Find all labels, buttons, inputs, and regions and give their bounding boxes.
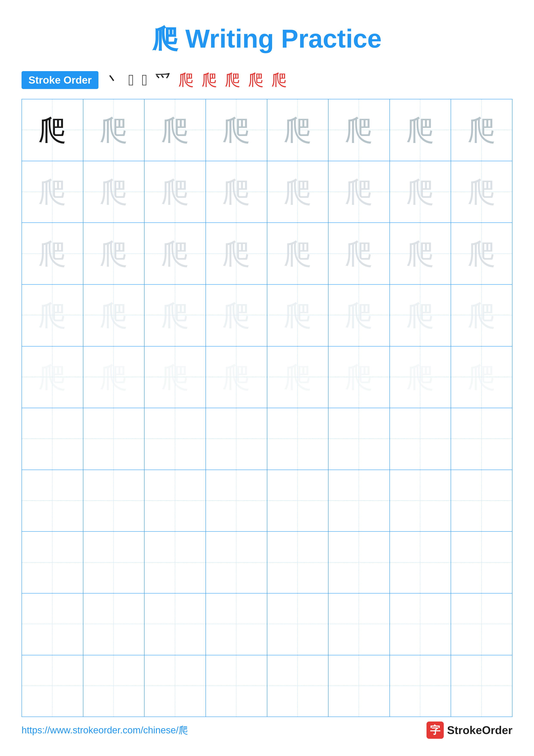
grid-cell-8-2[interactable]: [83, 532, 145, 593]
grid-cell-1-3[interactable]: 爬: [144, 99, 206, 161]
grid-cell-2-1[interactable]: 爬: [22, 161, 83, 223]
grid-cell-10-7[interactable]: [390, 655, 451, 717]
grid-cell-4-8[interactable]: 爬: [451, 285, 512, 346]
grid-cell-10-2[interactable]: [83, 655, 145, 717]
char-display: 爬: [468, 178, 496, 206]
grid-cell-3-6[interactable]: 爬: [328, 223, 390, 284]
footer-logo-text: StrokeOrder: [447, 724, 513, 737]
grid-cell-9-7[interactable]: [390, 594, 451, 655]
char-display: 爬: [222, 301, 250, 329]
grid-cell-7-5[interactable]: [267, 470, 329, 531]
grid-cell-5-2[interactable]: 爬: [83, 346, 145, 408]
char-display: 爬: [222, 240, 250, 268]
grid-cell-8-6[interactable]: [328, 532, 390, 593]
grid-cell-6-7[interactable]: [390, 408, 451, 470]
grid-cell-2-7[interactable]: 爬: [390, 161, 451, 223]
grid-cell-10-3[interactable]: [144, 655, 206, 717]
grid-cell-8-7[interactable]: [390, 532, 451, 593]
grid-cell-10-8[interactable]: [451, 655, 512, 717]
char-display: 爬: [38, 301, 66, 329]
grid-cell-9-6[interactable]: [328, 594, 390, 655]
grid-cell-7-8[interactable]: [451, 470, 512, 531]
grid-cell-5-6[interactable]: 爬: [328, 346, 390, 408]
grid-cell-1-6[interactable]: 爬: [328, 99, 390, 161]
grid-cell-9-1[interactable]: [22, 594, 83, 655]
char-display: 爬: [100, 301, 128, 329]
grid-cell-4-6[interactable]: 爬: [328, 285, 390, 346]
grid-cell-1-5[interactable]: 爬: [267, 99, 329, 161]
grid-cell-9-4[interactable]: [206, 594, 267, 655]
grid-cell-10-5[interactable]: [267, 655, 329, 717]
grid-cell-4-2[interactable]: 爬: [83, 285, 145, 346]
grid-cell-10-1[interactable]: [22, 655, 83, 717]
grid-cell-6-5[interactable]: [267, 408, 329, 470]
grid-cell-4-7[interactable]: 爬: [390, 285, 451, 346]
grid-cell-7-3[interactable]: [144, 470, 206, 531]
grid-cell-10-4[interactable]: [206, 655, 267, 717]
grid-cell-7-2[interactable]: [83, 470, 145, 531]
grid-cell-8-8[interactable]: [451, 532, 512, 593]
grid-row-10: [22, 655, 512, 717]
grid-cell-10-6[interactable]: [328, 655, 390, 717]
grid-cell-1-1[interactable]: 爬: [22, 99, 83, 161]
grid-cell-9-5[interactable]: [267, 594, 329, 655]
grid-cell-4-1[interactable]: 爬: [22, 285, 83, 346]
title-area: 爬 Writing Practice: [21, 21, 513, 57]
grid-cell-5-1[interactable]: 爬: [22, 346, 83, 408]
grid-cell-4-4[interactable]: 爬: [206, 285, 267, 346]
grid-cell-7-6[interactable]: [328, 470, 390, 531]
grid-cell-1-8[interactable]: 爬: [451, 99, 512, 161]
grid-cell-1-4[interactable]: 爬: [206, 99, 267, 161]
grid-cell-2-8[interactable]: 爬: [451, 161, 512, 223]
char-display: 爬: [345, 363, 373, 391]
grid-cell-2-2[interactable]: 爬: [83, 161, 145, 223]
grid-row-5: 爬 爬 爬 爬 爬 爬 爬 爬: [22, 346, 512, 408]
grid-cell-6-1[interactable]: [22, 408, 83, 470]
grid-cell-5-3[interactable]: 爬: [144, 346, 206, 408]
grid-cell-3-3[interactable]: 爬: [144, 223, 206, 284]
char-display: 爬: [222, 116, 250, 144]
grid-cell-3-5[interactable]: 爬: [267, 223, 329, 284]
grid-cell-6-2[interactable]: [83, 408, 145, 470]
grid-cell-9-2[interactable]: [83, 594, 145, 655]
grid-cell-9-8[interactable]: [451, 594, 512, 655]
grid-cell-7-1[interactable]: [22, 470, 83, 531]
grid-cell-9-3[interactable]: [144, 594, 206, 655]
grid-cell-4-3[interactable]: 爬: [144, 285, 206, 346]
grid-cell-6-4[interactable]: [206, 408, 267, 470]
grid-cell-3-1[interactable]: 爬: [22, 223, 83, 284]
grid-cell-2-5[interactable]: 爬: [267, 161, 329, 223]
grid-cell-8-1[interactable]: [22, 532, 83, 593]
char-display: 爬: [38, 116, 66, 144]
grid-cell-7-7[interactable]: [390, 470, 451, 531]
grid-cell-3-4[interactable]: 爬: [206, 223, 267, 284]
grid-cell-2-6[interactable]: 爬: [328, 161, 390, 223]
grid-cell-7-4[interactable]: [206, 470, 267, 531]
grid-cell-3-8[interactable]: 爬: [451, 223, 512, 284]
grid-cell-1-7[interactable]: 爬: [390, 99, 451, 161]
grid-cell-2-3[interactable]: 爬: [144, 161, 206, 223]
grid-cell-5-5[interactable]: 爬: [267, 346, 329, 408]
char-display: 爬: [468, 301, 496, 329]
grid-cell-8-5[interactable]: [267, 532, 329, 593]
grid-cell-6-6[interactable]: [328, 408, 390, 470]
char-display: 爬: [222, 178, 250, 206]
grid-cell-1-2[interactable]: 爬: [83, 99, 145, 161]
grid-cell-5-8[interactable]: 爬: [451, 346, 512, 408]
grid-cell-2-4[interactable]: 爬: [206, 161, 267, 223]
grid-cell-4-5[interactable]: 爬: [267, 285, 329, 346]
char-display: 爬: [345, 116, 373, 144]
grid-cell-3-7[interactable]: 爬: [390, 223, 451, 284]
char-display: 爬: [100, 363, 128, 391]
grid-cell-5-4[interactable]: 爬: [206, 346, 267, 408]
grid-cell-6-8[interactable]: [451, 408, 512, 470]
grid-cell-8-4[interactable]: [206, 532, 267, 593]
grid-cell-6-3[interactable]: [144, 408, 206, 470]
footer: https://www.strokeorder.com/chinese/爬 字 …: [21, 721, 513, 739]
char-display: 爬: [468, 240, 496, 268]
footer-logo-icon: 字: [426, 721, 444, 739]
grid-cell-3-2[interactable]: 爬: [83, 223, 145, 284]
char-display: 爬: [345, 301, 373, 329]
grid-cell-5-7[interactable]: 爬: [390, 346, 451, 408]
grid-cell-8-3[interactable]: [144, 532, 206, 593]
